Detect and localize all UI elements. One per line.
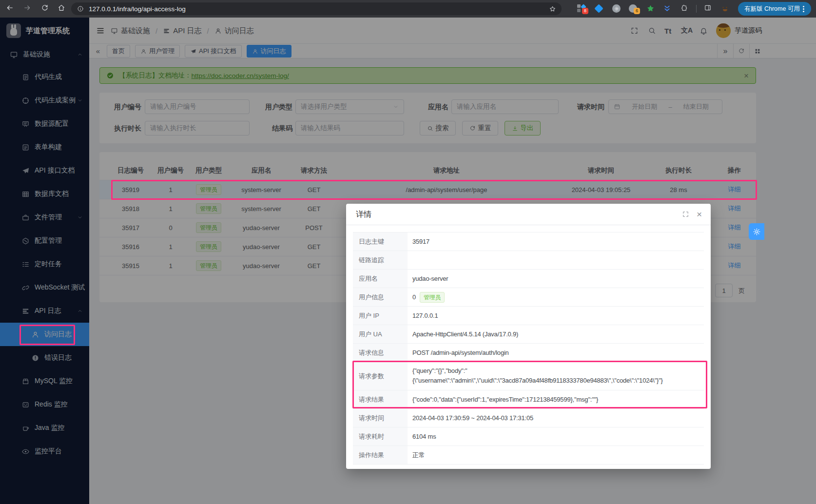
detail-modal: 详情 × 日志主键35917 链路追踪 应用名yudao-server 用户信息… xyxy=(346,204,711,469)
theme-settings-button[interactable] xyxy=(749,223,764,240)
desc-label: 请求时间 xyxy=(353,409,408,427)
desc-row: 请求耗时6104 ms xyxy=(353,427,704,446)
desc-value: 35917 xyxy=(408,233,704,251)
browser-forward-icon[interactable] xyxy=(23,4,31,12)
chrome-update-button[interactable]: 有新版 Chrome 可用 xyxy=(738,2,811,16)
desc-label: 用户 IP xyxy=(353,307,408,325)
desc-row: 请求结果{"code":0,"data":{"userId":1,"expire… xyxy=(353,390,704,409)
extension-icon-2[interactable] xyxy=(596,4,602,21)
browser-toolbar: 127.0.0.1/infra/log/api-access-log 8 6 xyxy=(0,0,816,18)
desc-row: 请求时间2024-04-03 17:30:59 ~ 2024-04-03 17:… xyxy=(353,409,704,427)
desc-label: 请求耗时 xyxy=(353,427,408,446)
desc-label: 请求结果 xyxy=(353,390,408,408)
extension-badge: 8 xyxy=(582,8,588,14)
desc-row: 用户 IP127.0.0.1 xyxy=(353,307,704,325)
extensions-puzzle-icon[interactable] xyxy=(680,4,688,12)
desc-value-request-result: {"code":0,"data":{"userId":1,"expiresTim… xyxy=(408,390,704,408)
desc-row: 用户信息 0 管理员 xyxy=(353,288,704,307)
modal-close-icon[interactable]: × xyxy=(697,211,702,218)
modal-fullscreen-icon[interactable] xyxy=(682,211,689,218)
desc-value: 正常 xyxy=(408,446,704,464)
extension-icon-4[interactable]: 6 xyxy=(629,4,637,22)
desc-value: yudao-server xyxy=(408,270,704,288)
toolbar-divider xyxy=(696,5,697,13)
extension-icon-1[interactable]: 8 xyxy=(577,4,585,22)
desc-label: 应用名 xyxy=(353,270,408,288)
desc-label: 用户 UA xyxy=(353,325,408,343)
user-id-value: 0 xyxy=(412,293,416,301)
desc-label: 请求参数 xyxy=(353,362,408,390)
desc-value: 6104 ms xyxy=(408,427,704,446)
desc-row: 链路追踪 xyxy=(353,251,704,270)
desc-row: 用户 UAApache-HttpClient/4.5.14 (Java/17.0… xyxy=(353,325,704,344)
extension-icon-3[interactable] xyxy=(612,4,621,22)
chrome-update-label: 有新版 Chrome 可用 xyxy=(744,5,803,13)
extension-badge: 6 xyxy=(634,8,640,14)
desc-value: 2024-04-03 17:30:59 ~ 2024-04-03 17:31:0… xyxy=(408,409,704,427)
desc-row: 请求参数{"query":"{}","body":"{\"username\":… xyxy=(353,362,704,390)
extension-icon-5[interactable] xyxy=(646,4,655,22)
desc-value xyxy=(408,251,704,269)
extension-icon-6[interactable] xyxy=(663,4,671,22)
browser-back-icon[interactable] xyxy=(6,4,14,12)
modal-title: 详情 xyxy=(356,210,371,220)
desc-value-request-params: {"query":"{}","body":"{\"username\":\"ad… xyxy=(408,362,704,390)
desc-row: 操作结果正常 xyxy=(353,446,704,465)
modal-header: 详情 × xyxy=(346,204,711,225)
bookmark-star-icon[interactable] xyxy=(549,5,556,13)
admin-tag: 管理员 xyxy=(420,292,445,303)
gear-icon xyxy=(753,228,761,236)
desc-value: 127.0.0.1 xyxy=(408,307,704,325)
desc-label: 请求信息 xyxy=(353,344,408,362)
desc-label: 日志主键 xyxy=(353,233,408,251)
screen: 127.0.0.1/infra/log/api-access-log 8 6 xyxy=(0,0,816,504)
browser-menu-icon[interactable] xyxy=(803,8,804,10)
address-bar[interactable]: 127.0.0.1/infra/log/api-access-log xyxy=(71,2,562,15)
desc-row: 请求信息POST /admin-api/system/auth/login xyxy=(353,344,704,362)
desc-label: 操作结果 xyxy=(353,446,408,464)
site-info-icon[interactable] xyxy=(77,5,84,12)
browser-home-icon[interactable] xyxy=(58,4,65,12)
detail-description-table: 日志主键35917 链路追踪 应用名yudao-server 用户信息 0 管理… xyxy=(353,232,704,465)
side-panel-icon[interactable] xyxy=(704,4,712,12)
browser-reload-icon[interactable] xyxy=(41,4,49,12)
desc-row: 日志主键35917 xyxy=(353,233,704,251)
desc-label: 用户信息 xyxy=(353,288,408,306)
url-text[interactable]: 127.0.0.1/infra/log/api-access-log xyxy=(89,5,549,13)
desc-row: 应用名yudao-server xyxy=(353,270,704,288)
desc-value: POST /admin-api/system/auth/login xyxy=(408,344,704,362)
desc-value: 0 管理员 xyxy=(408,288,704,306)
desc-value: Apache-HttpClient/4.5.14 (Java/17.0.9) xyxy=(408,325,704,343)
desc-label: 链路追踪 xyxy=(353,251,408,269)
